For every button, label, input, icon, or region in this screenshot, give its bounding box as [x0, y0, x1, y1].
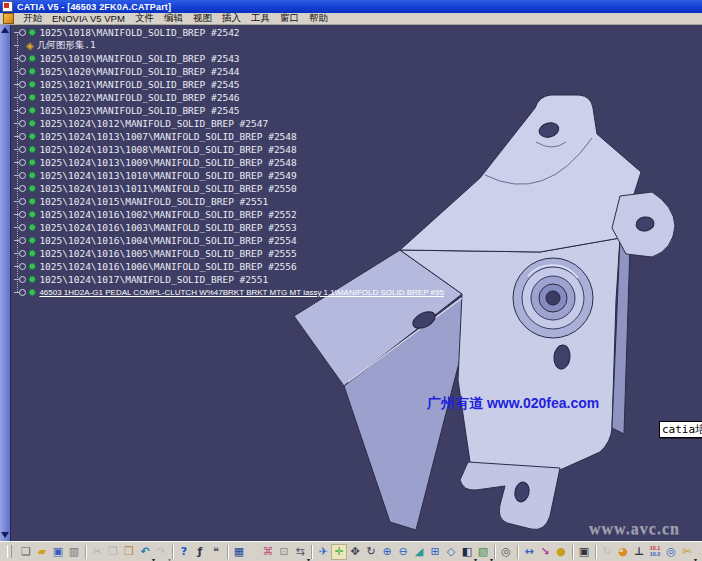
- tree-item[interactable]: ✹ 1025\1024\1016\1004\MANIFOLD_SOLID_BRE…: [11, 234, 444, 247]
- tree-node-toggle[interactable]: [19, 29, 26, 36]
- tree-item-label[interactable]: 1025\1024\1013\1007\MANIFOLD_SOLID_BREP …: [39, 131, 296, 142]
- fit-all-in-icon[interactable]: ✛: [331, 544, 347, 560]
- tree-item[interactable]: ◈ 几何图形集.1: [11, 39, 444, 52]
- menu-item[interactable]: 开始: [18, 12, 47, 25]
- tree-node-toggle[interactable]: [19, 237, 26, 244]
- formula-icon[interactable]: ƒ: [192, 544, 208, 560]
- axis-system-icon[interactable]: ⊥: [631, 544, 647, 560]
- tree-node-toggle[interactable]: [19, 68, 26, 75]
- scroll-down-arrow-icon[interactable]: [1, 532, 9, 538]
- new-document-icon[interactable]: ❏: [18, 544, 34, 560]
- tree-item-label[interactable]: 1025\1024\1016\1006\MANIFOLD_SOLID_BREP …: [39, 261, 296, 272]
- tree-item-label[interactable]: 1025\1024\1013\1011\MANIFOLD_SOLID_BREP …: [39, 183, 296, 194]
- tree-item[interactable]: ✹ 1025\1023\MANIFOLD_SOLID_BREP #2545: [11, 104, 444, 117]
- tree-item-label[interactable]: 46503 1HD2A-G1 PEDAL COMPL-CLUTCH W%47BR…: [39, 288, 444, 297]
- tree-item-label[interactable]: 1025\1018\MANIFOLD_SOLID_BREP #2542: [39, 27, 239, 38]
- shaded-view-icon[interactable]: ◧: [459, 544, 475, 560]
- tree-item[interactable]: ✹ 1025\1020\MANIFOLD_SOLID_BREP #2544: [11, 65, 444, 78]
- print-icon[interactable]: ▥: [66, 544, 82, 560]
- measure-between-icon[interactable]: ↔: [521, 544, 537, 560]
- tree-item[interactable]: ✹ 1025\1018\MANIFOLD_SOLID_BREP #2542: [11, 26, 444, 39]
- tree-item[interactable]: ✹ 1025\1024\1015\MANIFOLD_SOLID_BREP #25…: [11, 195, 444, 208]
- tree-scroll-strip[interactable]: [0, 25, 11, 541]
- viewport-3d[interactable]: ✹ 1025\1018\MANIFOLD_SOLID_BREP #2542 ◈ …: [0, 25, 702, 541]
- tree-node-toggle[interactable]: [19, 289, 26, 296]
- toolbar-grip[interactable]: [7, 545, 12, 558]
- undo-icon[interactable]: ↶: [137, 544, 153, 560]
- speech-bubble-icon[interactable]: ❝: [208, 544, 224, 560]
- tree-node-toggle[interactable]: [19, 224, 26, 231]
- tree-item[interactable]: ✹ 1025\1021\MANIFOLD_SOLID_BREP #2545: [11, 78, 444, 91]
- tree-node-toggle[interactable]: [19, 250, 26, 257]
- product-graph-icon[interactable]: ⌘: [260, 544, 276, 560]
- tree-item-label[interactable]: 1025\1024\1016\1004\MANIFOLD_SOLID_BREP …: [39, 235, 296, 246]
- tree-item-label[interactable]: 1025\1024\1013\1008\MANIFOLD_SOLID_BREP …: [39, 144, 296, 155]
- catalog-icon[interactable]: ◎: [663, 544, 679, 560]
- tree-item[interactable]: ✹ 1025\1024\1016\1006\MANIFOLD_SOLID_BRE…: [11, 260, 444, 273]
- precision-icon[interactable]: 10.110.0: [647, 544, 663, 560]
- tree-item[interactable]: ✹ 1025\1024\1013\1010\MANIFOLD_SOLID_BRE…: [11, 169, 444, 182]
- scroll-up-arrow-icon[interactable]: [1, 27, 9, 33]
- fly-mode-icon[interactable]: ✈: [315, 544, 331, 560]
- lock-icon[interactable]: ●: [553, 544, 569, 560]
- tree-item-label[interactable]: 1025\1022\MANIFOLD_SOLID_BREP #2546: [39, 92, 239, 103]
- tree-node-toggle[interactable]: [19, 159, 26, 166]
- pan-icon[interactable]: ✥: [347, 544, 363, 560]
- render-style-icon[interactable]: ▧: [475, 544, 491, 560]
- tree-item-label[interactable]: 1025\1024\1013\1010\MANIFOLD_SOLID_BREP …: [39, 170, 296, 181]
- rotate-icon[interactable]: ↻: [363, 544, 379, 560]
- design-table-icon[interactable]: ▦: [231, 544, 247, 560]
- tree-item-label[interactable]: 1025\1024\1013\1009\MANIFOLD_SOLID_BREP …: [39, 157, 296, 168]
- tree-item-label[interactable]: 1025\1024\1016\1005\MANIFOLD_SOLID_BREP …: [39, 248, 296, 259]
- small-lock-icon[interactable]: ⊡: [276, 544, 292, 560]
- tree-node-toggle[interactable]: [19, 185, 26, 192]
- menu-item[interactable]: 工具: [246, 12, 275, 25]
- menu-item[interactable]: 帮助: [304, 12, 333, 25]
- catpart-doc-icon[interactable]: [3, 13, 14, 24]
- tree-item[interactable]: ✹ 1025\1024\1016\1005\MANIFOLD_SOLID_BRE…: [11, 247, 444, 260]
- tree-node-toggle[interactable]: [19, 276, 26, 283]
- tree-node-toggle[interactable]: [19, 211, 26, 218]
- paste-icon[interactable]: ❒: [121, 544, 137, 560]
- tree-item[interactable]: ✹ 1025\1024\1013\1009\MANIFOLD_SOLID_BRE…: [11, 156, 444, 169]
- tree-node-toggle[interactable]: [19, 107, 26, 114]
- tree-item-label[interactable]: 1025\1023\MANIFOLD_SOLID_BREP #2545: [39, 105, 239, 116]
- swap-visible-space-icon[interactable]: ⇆: [292, 544, 308, 560]
- open-folder-icon[interactable]: ▰: [34, 544, 50, 560]
- tree-item-label[interactable]: 几何图形集.1: [37, 39, 96, 52]
- tree-node-toggle[interactable]: [19, 94, 26, 101]
- tree-item[interactable]: ✹ 1025\1024\1017\MANIFOLD_SOLID_BREP #25…: [11, 273, 444, 286]
- pivot-boss[interactable]: [513, 258, 593, 338]
- tree-item[interactable]: ✹ 1025\1022\MANIFOLD_SOLID_BREP #2546: [11, 91, 444, 104]
- tree-node-toggle[interactable]: [19, 146, 26, 153]
- turntable-icon[interactable]: ◎: [498, 544, 514, 560]
- tree-item[interactable]: ✹ 46503 1HD2A-G1 PEDAL COMPL-CLUTCH W%47…: [11, 286, 444, 299]
- multi-view-icon[interactable]: ⊞: [427, 544, 443, 560]
- menu-item[interactable]: 文件: [130, 12, 159, 25]
- tree-node-toggle[interactable]: [19, 133, 26, 140]
- tree-item[interactable]: ✹ 1025\1019\MANIFOLD_SOLID_BREP #2543: [11, 52, 444, 65]
- tree-item[interactable]: ✹ 1025\1024\1016\1002\MANIFOLD_SOLID_BRE…: [11, 208, 444, 221]
- tree-item[interactable]: ✹ 1025\1024\1016\1003\MANIFOLD_SOLID_BRE…: [11, 221, 444, 234]
- tree-node-toggle[interactable]: [19, 198, 26, 205]
- menu-item[interactable]: 插入: [217, 12, 246, 25]
- zoom-in-icon[interactable]: ⊕: [379, 544, 395, 560]
- tree-item[interactable]: ✹ 1025\1024\1013\1008\MANIFOLD_SOLID_BRE…: [11, 143, 444, 156]
- tree-item-label[interactable]: 1025\1020\MANIFOLD_SOLID_BREP #2544: [39, 66, 239, 77]
- measure-item-icon[interactable]: ↘: [537, 544, 553, 560]
- iso-view-icon[interactable]: ◇: [443, 544, 459, 560]
- camera-icon[interactable]: ▣: [576, 544, 592, 560]
- tree-item-label[interactable]: 1025\1024\1012\MANIFOLD_SOLID_BREP #2547: [39, 118, 268, 129]
- bracket-foot[interactable]: [460, 462, 560, 529]
- knowledge-icon[interactable]: ◕: [615, 544, 631, 560]
- tree-item[interactable]: ✹ 1025\1024\1012\MANIFOLD_SOLID_BREP #25…: [11, 117, 444, 130]
- tree-item-label[interactable]: 1025\1024\1016\1003\MANIFOLD_SOLID_BREP …: [39, 222, 296, 233]
- knife-cut-icon[interactable]: ✄: [679, 544, 695, 560]
- tree-item-label[interactable]: 1025\1021\MANIFOLD_SOLID_BREP #2545: [39, 79, 239, 90]
- menu-item[interactable]: 编辑: [159, 12, 188, 25]
- tree-item-label[interactable]: 1025\1024\1017\MANIFOLD_SOLID_BREP #2551: [39, 274, 268, 285]
- tree-item-label[interactable]: 1025\1024\1016\1002\MANIFOLD_SOLID_BREP …: [39, 209, 296, 220]
- whats-this-icon[interactable]: ?: [176, 544, 192, 560]
- tree-node-toggle[interactable]: [19, 120, 26, 127]
- tree-node-toggle[interactable]: [19, 55, 26, 62]
